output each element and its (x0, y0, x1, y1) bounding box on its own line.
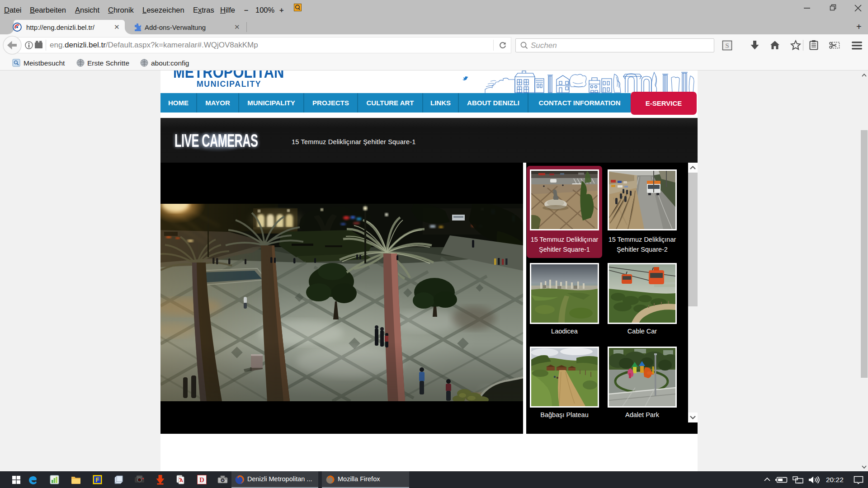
svg-text:S: S (725, 42, 729, 49)
svg-text:F: F (95, 476, 99, 483)
svg-text:D: D (199, 476, 204, 483)
